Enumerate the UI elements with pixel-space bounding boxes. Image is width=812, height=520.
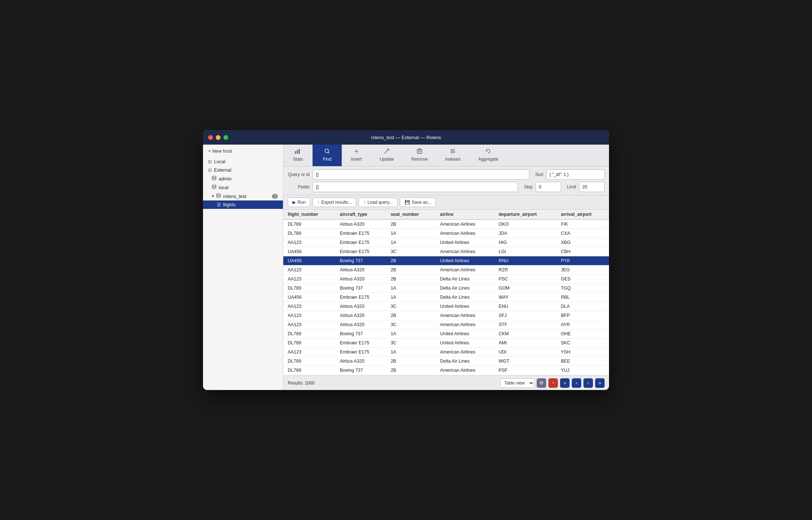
fields-input[interactable] <box>313 182 518 192</box>
next-page-button[interactable]: › <box>583 378 593 388</box>
toolbar: Stats Find + Insert <box>283 145 609 167</box>
col-aircraft-type: aircraft_type <box>336 210 386 219</box>
find-label: Find <box>323 157 331 162</box>
remove-button[interactable]: Remove <box>403 145 437 166</box>
table-row[interactable]: UA456Embraer E1751ADelta Air LinesWAYRBL <box>283 293 609 302</box>
cell-departure_airport: PSF <box>494 366 557 375</box>
find-icon <box>324 148 330 156</box>
cell-arrival_airport: CBH <box>556 247 609 256</box>
query-input[interactable] <box>313 169 529 180</box>
cell-seat_number: 3C <box>386 339 436 348</box>
table-row[interactable]: AA123Airbus A3203CUnited AirlinesENUDLA <box>283 302 609 311</box>
view-select[interactable]: Table view JSON view Tree view <box>500 378 535 388</box>
cell-flight_number: UA456 <box>283 293 336 302</box>
first-page-button[interactable]: « <box>560 378 570 388</box>
table-row[interactable]: DL789Boeing 7371ADelta Air LinesGOMTGQ <box>283 284 609 293</box>
update-icon <box>384 148 390 156</box>
cell-arrival_airport: RBL <box>556 293 609 302</box>
run-label: Run <box>298 200 306 205</box>
results-table: flight_number aircraft_type seat_number … <box>283 210 609 375</box>
cell-departure_airport: WGT <box>494 357 557 366</box>
table-row[interactable]: UA456Boeing 7372BUnited AirlinesRNUPYK <box>283 256 609 265</box>
cell-seat_number: 2B <box>386 357 436 366</box>
limit-input[interactable] <box>579 182 605 192</box>
find-button[interactable]: Find <box>313 145 342 166</box>
svg-line-8 <box>384 150 388 153</box>
skip-input[interactable] <box>536 182 561 192</box>
col-airline: airline <box>436 210 494 219</box>
table-row[interactable]: AA123Airbus A3202BAmerican AirlinesRZRJE… <box>283 265 609 275</box>
window-title: rolens_test — External — Rolens <box>371 135 441 140</box>
cell-seat_number: 1A <box>386 284 436 293</box>
cell-flight_number: AA123 <box>283 265 336 275</box>
last-page-button[interactable]: » <box>595 378 605 388</box>
cell-seat_number: 1A <box>386 329 436 339</box>
cell-arrival_airport: TGQ <box>556 284 609 293</box>
fields-row: Fields Skip Limit <box>288 182 605 192</box>
cell-seat_number: 2B <box>386 311 436 320</box>
sidebar-badge: 1 <box>272 194 278 199</box>
table-row[interactable]: AA123Airbus A3202BAmerican AirlinesSFJBF… <box>283 311 609 320</box>
cell-airline: United Airlines <box>436 256 494 265</box>
sidebar-item-local-db[interactable]: local <box>203 183 283 192</box>
update-button[interactable]: Update <box>371 145 403 166</box>
load-icon: ↑ <box>363 200 365 205</box>
table-row[interactable]: AA123Airbus A3203CAmerican AirlinesSTFAY… <box>283 320 609 329</box>
new-host-button[interactable]: + New host <box>203 145 283 157</box>
cell-airline: American Airlines <box>436 219 494 229</box>
cell-aircraft_type: Boeing 737 <box>336 256 386 265</box>
stats-button[interactable]: Stats <box>283 145 313 166</box>
cell-airline: United Airlines <box>436 238 494 247</box>
table-row[interactable]: AA123Airbus A3202BDelta Air LinesPSCGES <box>283 275 609 284</box>
table-row[interactable]: DL789Boeing 7371AUnited AirlinesCKMOHE <box>283 329 609 339</box>
cell-arrival_airport: FIK <box>556 219 609 229</box>
table-row[interactable]: UA456Embraer E1753CAmerican AirlinesLGIC… <box>283 247 609 256</box>
table-row[interactable]: DL789Boeing 7372BAmerican AirlinesPSFYUJ <box>283 366 609 375</box>
table-row[interactable]: AA123Embraer E1751AAmerican AirlinesUDIY… <box>283 348 609 357</box>
table-header-row: flight_number aircraft_type seat_number … <box>283 210 609 219</box>
cell-flight_number: AA123 <box>283 275 336 284</box>
cell-seat_number: 1A <box>386 348 436 357</box>
load-query-button[interactable]: ↑ Load query... <box>359 198 397 207</box>
table-row[interactable]: DL789Airbus A3202BDelta Air LinesWGTBEE <box>283 357 609 366</box>
sidebar-item-local[interactable]: ⊟ Local <box>203 157 283 166</box>
cell-airline: United Airlines <box>436 339 494 348</box>
prev-page-button[interactable]: ‹ <box>572 378 581 388</box>
table-row[interactable]: DL789Embraer E1753CUnited AirlinesAMISKC <box>283 339 609 348</box>
svg-rect-4 <box>297 150 298 154</box>
cell-departure_airport: AMI <box>494 339 557 348</box>
cell-arrival_airport: PYK <box>556 256 609 265</box>
cell-aircraft_type: Airbus A320 <box>336 219 386 229</box>
close-button[interactable] <box>208 135 213 140</box>
cell-departure_airport: ENU <box>494 302 557 311</box>
cell-airline: American Airlines <box>436 265 494 275</box>
minimize-button[interactable] <box>216 135 221 140</box>
export-label: Export results... <box>321 200 352 205</box>
save-label: Save as... <box>412 200 431 205</box>
sidebar-item-external[interactable]: ⊟ External <box>203 166 283 174</box>
app-window: rolens_test — External — Rolens + New ho… <box>203 130 609 390</box>
save-as-button[interactable]: 💾 Save as... <box>400 198 436 207</box>
table-row[interactable]: AA123Embraer E1751AUnited AirlinesHIGXBG <box>283 238 609 247</box>
sidebar-item-rolens-test[interactable]: ▾ rolens_test 1 <box>203 192 283 200</box>
cell-airline: American Airlines <box>436 366 494 375</box>
expand-icon: ▾ <box>212 194 214 199</box>
footer-right: Table view JSON view Tree view ⚙ − « ‹ ›… <box>500 378 605 388</box>
export-button[interactable]: ↑ Export results... <box>313 198 356 207</box>
sidebar-item-flights[interactable]: ☰ flights <box>203 200 283 209</box>
cell-flight_number: AA123 <box>283 320 336 329</box>
run-button[interactable]: ▶ Run <box>288 198 310 207</box>
sort-input[interactable] <box>546 169 605 180</box>
cell-seat_number: 3C <box>386 302 436 311</box>
svg-rect-5 <box>299 149 300 154</box>
sidebar-item-admin[interactable]: admin <box>203 174 283 183</box>
indexes-button[interactable]: Indexes <box>436 145 469 166</box>
aggregate-button[interactable]: Aggregate <box>469 145 507 166</box>
cell-arrival_airport: CXA <box>556 229 609 238</box>
settings-button[interactable]: ⚙ <box>537 378 546 388</box>
table-row[interactable]: DL789Airbus A3202BAmerican AirlinesOKOFI… <box>283 219 609 229</box>
table-row[interactable]: DL789Embraer E1751AAmerican AirlinesJDAC… <box>283 229 609 238</box>
maximize-button[interactable] <box>223 135 228 140</box>
delete-row-button[interactable]: − <box>548 378 558 388</box>
insert-button[interactable]: + Insert <box>342 145 371 166</box>
